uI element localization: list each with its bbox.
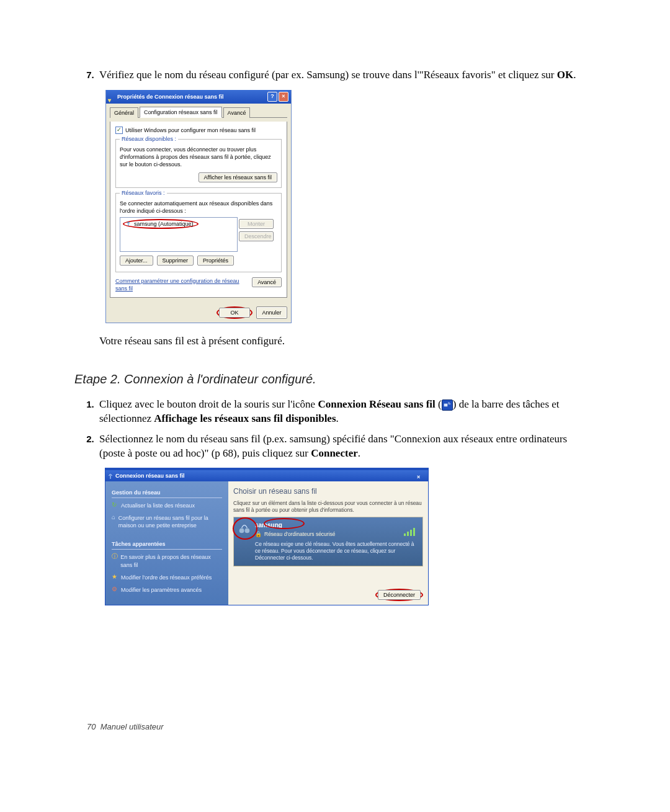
network-note: Ce réseau exige une clé réseau. Vous ête…	[255, 541, 418, 562]
step1-text-f: .	[336, 413, 339, 424]
step7-ok-bold: OK	[557, 69, 573, 81]
tab-config[interactable]: Configuration réseaux sans fil	[140, 107, 222, 118]
disconnect-button[interactable]: Déconnecter	[378, 590, 421, 600]
step-7: Vérifiez que le nom du réseau configuré …	[99, 68, 596, 349]
group-available-networks: Réseaux disponibles : Pour vous connecte…	[115, 139, 282, 187]
footer-label: Manuel utilisateur	[100, 722, 164, 731]
step7-text-c: .	[573, 69, 576, 81]
task-advanced[interactable]: ⚙ Modifier les paramètres avancés	[112, 586, 222, 594]
gear-icon: ⚙	[112, 586, 118, 593]
ok-button[interactable]: OK	[219, 308, 250, 318]
step-1: Cliquez avec le bouton droit de la souri…	[99, 398, 596, 426]
signal-strength-icon	[404, 527, 418, 536]
dlg2-title: Connexion réseau sans fil	[115, 470, 185, 481]
dlg2-main: Choisir un réseau sans fil Cliquez sur u…	[228, 481, 428, 605]
advanced-button[interactable]: Avancé	[252, 277, 282, 287]
antenna-highlight	[233, 517, 257, 540]
step2-connect-bold: Connecter	[311, 447, 358, 459]
preferred-desc: Se connecter automatiquement aux réseaux…	[120, 200, 277, 215]
tab-advanced[interactable]: Avancé	[223, 107, 251, 118]
antenna-icon	[125, 221, 132, 227]
task-order-label: Modifier l'ordre des réseaux préférés	[121, 574, 212, 581]
configured-line: Votre réseau sans fil est à présent conf…	[99, 334, 596, 349]
use-windows-checkbox[interactable]: ✓ Utiliser Windows pour configurer mon r…	[115, 127, 282, 134]
step7-text-a: Vérifiez que le nom du réseau configuré …	[99, 69, 557, 81]
task-learn-label: En savoir plus à propos des réseaux sans…	[120, 553, 222, 568]
how-to-link[interactable]: Comment paramétrer une configuration de …	[115, 277, 242, 292]
task-refresh-label: Actualiser la liste des réseaux	[121, 502, 195, 509]
step1-text-a: Cliquez avec le bouton droit de la souri…	[99, 398, 318, 410]
dlg1-title: Propriétés de Connexion réseau sans fil	[117, 90, 224, 104]
checkbox-box: ✓	[115, 127, 123, 134]
check-icon: ✓	[117, 127, 122, 133]
down-arrow-icon: ▾	[108, 94, 111, 107]
cancel-button[interactable]: Annuler	[256, 306, 287, 319]
step-2: Sélectionnez le nom du réseau sans fil (…	[99, 432, 596, 605]
step-2-title: Etape 2. Connexion à l'ordinateur config…	[74, 372, 596, 386]
dlg1-tabpanel: ✓ Utiliser Windows pour configurer mon r…	[110, 122, 287, 298]
page-footer: 70 Manuel utilisateur	[87, 722, 164, 731]
task-advanced-label: Modifier les paramètres avancés	[121, 586, 202, 594]
available-desc: Pour vous connecter, vous déconnecter ou…	[120, 146, 277, 168]
star-icon: ★	[112, 574, 118, 581]
page-number: 70	[87, 722, 96, 731]
dlg1-tabs: Général Configuration réseaux sans fil A…	[110, 106, 287, 118]
side-hdr-tasks: Tâches apparentées	[112, 540, 222, 550]
preferred-list[interactable]: samsung (Automatique)	[120, 217, 238, 252]
side-hdr-gestion: Gestion du réseau	[112, 489, 222, 498]
group-preferred-networks: Réseaux favoris : Se connecter automatiq…	[115, 193, 282, 272]
dlg1-titlebar: ▾ Propriétés de Connexion réseau sans fi…	[106, 90, 291, 104]
task-refresh[interactable]: ↻ Actualiser la liste des réseaux	[112, 502, 222, 509]
close-button[interactable]: ×	[417, 471, 426, 480]
dlg2-titlebar: Connexion réseau sans fil ×	[105, 470, 428, 481]
antenna-icon	[107, 472, 114, 483]
network-item-samsung[interactable]: samsung 🔒 Réseau d'ordinateurs sécurisé …	[233, 517, 423, 566]
group-available-legend: Réseaux disponibles :	[120, 135, 178, 143]
tab-general[interactable]: Général	[110, 107, 138, 118]
svg-rect-0	[444, 404, 447, 406]
step1-icon-name: Connexion Réseau sans fil	[318, 398, 435, 410]
disconnect-highlight: Déconnecter	[375, 589, 423, 601]
group-preferred-legend: Réseaux favoris :	[120, 189, 167, 197]
ok-highlight: OK	[217, 306, 252, 319]
help-button[interactable]: ?	[267, 92, 277, 102]
preferred-item-label: samsung (Automatique)	[134, 220, 194, 228]
dlg2-sidebar: Gestion du réseau ↻ Actualiser la liste …	[105, 481, 228, 605]
step1-text-c: (	[438, 398, 442, 410]
name-highlight	[264, 518, 305, 529]
add-button[interactable]: Ajouter...	[120, 256, 153, 265]
dlg2-heading: Choisir un réseau sans fil	[233, 486, 423, 496]
step1-menu-bold: Affichage les réseaux sans fil disponibl…	[154, 413, 336, 424]
tray-wireless-icon	[442, 399, 453, 411]
properties-button[interactable]: Propriétés	[197, 256, 234, 265]
close-button[interactable]: ×	[279, 92, 288, 102]
dialog-wireless-networks: Connexion réseau sans fil × Gestion du r…	[105, 468, 428, 605]
remove-button[interactable]: Supprimer	[157, 256, 194, 265]
home-network-icon: ⌂	[112, 514, 116, 521]
use-windows-label: Utiliser Windows pour configurer mon rés…	[125, 127, 256, 134]
dlg2-desc: Cliquez sur un élément dans la liste ci-…	[233, 500, 423, 514]
step2-text-c: .	[358, 447, 360, 459]
network-security-label: Réseau d'ordinateurs sécurisé	[264, 531, 336, 538]
task-setup[interactable]: ⌂ Configurer un réseau sans fil pour la …	[112, 514, 222, 529]
dialog-wireless-properties: ▾ Propriétés de Connexion réseau sans fi…	[105, 90, 292, 323]
refresh-icon: ↻	[112, 502, 118, 509]
view-networks-button[interactable]: Afficher les réseaux sans fil	[199, 172, 277, 182]
task-learn[interactable]: ⓘ En savoir plus à propos des réseaux sa…	[112, 553, 222, 568]
task-order[interactable]: ★ Modifier l'ordre des réseaux préférés	[112, 574, 222, 581]
info-icon: ⓘ	[112, 553, 118, 560]
move-down-button[interactable]: Descendre	[239, 231, 274, 241]
task-setup-label: Configurer un réseau sans fil pour la ma…	[118, 514, 222, 529]
move-up-button[interactable]: Monter	[239, 219, 274, 229]
preferred-item-samsung[interactable]: samsung (Automatique)	[120, 218, 237, 230]
